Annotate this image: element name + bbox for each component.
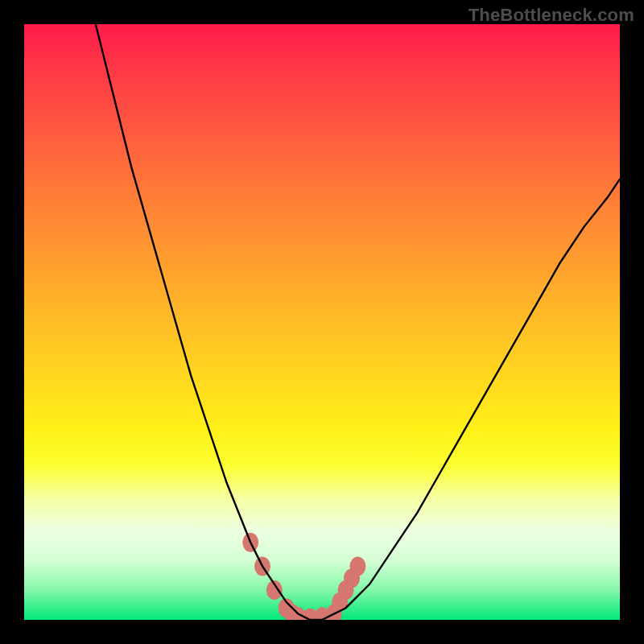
chart-svg bbox=[24, 24, 620, 620]
chart-marker bbox=[349, 556, 365, 576]
chart-frame: TheBottleneck.com bbox=[0, 0, 644, 644]
watermark-text: TheBottleneck.com bbox=[469, 5, 634, 26]
chart-plot-area bbox=[24, 24, 620, 620]
bottleneck-curve-path bbox=[96, 24, 620, 620]
